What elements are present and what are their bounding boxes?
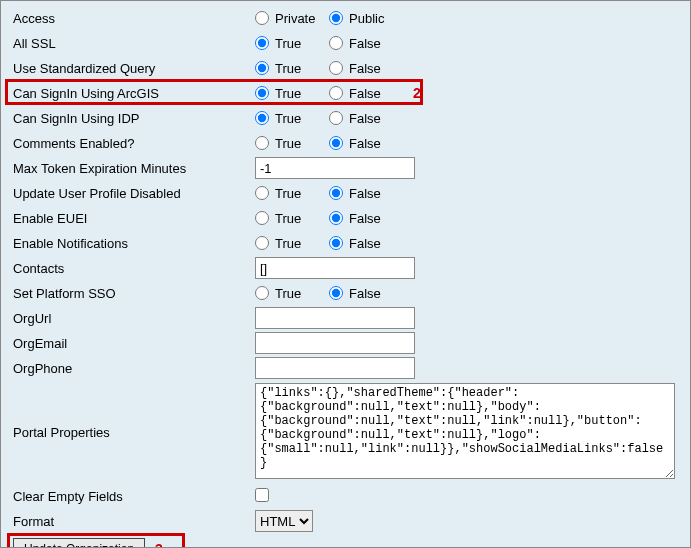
row-access: Access Private Public xyxy=(13,7,678,29)
label-format: Format xyxy=(13,514,255,529)
row-max-token: Max Token Expiration Minutes xyxy=(13,157,678,179)
label-all-ssl: All SSL xyxy=(13,36,255,51)
radio-std-query-true[interactable]: True xyxy=(255,61,327,76)
row-signin-idp: Can SignIn Using IDP True False xyxy=(13,107,678,129)
label-orgemail: OrgEmail xyxy=(13,336,255,351)
label-signin-arcgis: Can SignIn Using ArcGIS xyxy=(13,86,255,101)
radio-notifications-false[interactable]: False xyxy=(329,236,401,251)
radio-access-private[interactable]: Private xyxy=(255,11,327,26)
radio-group-signin-idp: True False xyxy=(255,111,678,126)
row-signin-arcgis: Can SignIn Using ArcGIS True False 2 xyxy=(13,82,678,104)
radio-group-comments: True False xyxy=(255,136,678,151)
row-orgphone: OrgPhone xyxy=(13,357,678,379)
radio-signin-idp-true[interactable]: True xyxy=(255,111,327,126)
radio-platform-sso-true[interactable]: True xyxy=(255,286,327,301)
radio-group-signin-arcgis: True False 2 xyxy=(255,85,678,101)
checkbox-clear-empty[interactable] xyxy=(255,488,269,502)
radio-all-ssl-true[interactable]: True xyxy=(255,36,327,51)
row-submit: Update Organization 3 xyxy=(13,538,678,548)
row-all-ssl: All SSL True False xyxy=(13,32,678,54)
radio-comments-false[interactable]: False xyxy=(329,136,401,151)
radio-signin-arcgis-false[interactable]: False xyxy=(329,85,401,101)
row-format: Format HTML xyxy=(13,510,678,532)
radio-signin-idp-false[interactable]: False xyxy=(329,111,401,126)
radio-update-profile-false[interactable]: False xyxy=(329,186,401,201)
radio-group-access: Private Public xyxy=(255,11,678,26)
row-euei: Enable EUEI True False xyxy=(13,207,678,229)
radio-comments-true[interactable]: True xyxy=(255,136,327,151)
row-notifications: Enable Notifications True False xyxy=(13,232,678,254)
label-std-query: Use Standardized Query xyxy=(13,61,255,76)
label-max-token: Max Token Expiration Minutes xyxy=(13,161,255,176)
input-orgemail[interactable] xyxy=(255,332,415,354)
label-orgurl: OrgUrl xyxy=(13,311,255,326)
radio-std-query-false[interactable]: False xyxy=(329,61,401,76)
radio-access-public[interactable]: Public xyxy=(329,11,401,26)
organization-settings-form: Access Private Public All SSL True False… xyxy=(1,1,690,548)
radio-notifications-true[interactable]: True xyxy=(255,236,327,251)
label-euei: Enable EUEI xyxy=(13,211,255,226)
label-contacts: Contacts xyxy=(13,261,255,276)
radio-group-all-ssl: True False xyxy=(255,36,678,51)
radio-update-profile-true[interactable]: True xyxy=(255,186,327,201)
radio-group-platform-sso: True False xyxy=(255,286,678,301)
input-orgphone[interactable] xyxy=(255,357,415,379)
label-update-profile: Update User Profile Disabled xyxy=(13,186,255,201)
radio-group-update-profile: True False xyxy=(255,186,678,201)
row-contacts: Contacts xyxy=(13,257,678,279)
row-std-query: Use Standardized Query True False xyxy=(13,57,678,79)
row-comments: Comments Enabled? True False xyxy=(13,132,678,154)
annotation-3: 3 xyxy=(155,541,163,548)
radio-signin-arcgis-true[interactable]: True xyxy=(255,85,327,101)
label-orgphone: OrgPhone xyxy=(13,361,255,376)
update-organization-button[interactable]: Update Organization xyxy=(13,538,145,548)
label-comments: Comments Enabled? xyxy=(13,136,255,151)
radio-group-notifications: True False xyxy=(255,236,678,251)
label-clear-empty: Clear Empty Fields xyxy=(13,489,255,504)
radio-group-std-query: True False xyxy=(255,61,678,76)
annotation-2: 2 xyxy=(413,85,421,101)
input-orgurl[interactable] xyxy=(255,307,415,329)
row-clear-empty: Clear Empty Fields xyxy=(13,485,678,507)
radio-all-ssl-false[interactable]: False xyxy=(329,36,401,51)
label-notifications: Enable Notifications xyxy=(13,236,255,251)
input-contacts[interactable] xyxy=(255,257,415,279)
row-portal-properties: Portal Properties xyxy=(13,382,678,482)
row-orgemail: OrgEmail xyxy=(13,332,678,354)
label-signin-idp: Can SignIn Using IDP xyxy=(13,111,255,126)
radio-group-euei: True False xyxy=(255,211,678,226)
row-orgurl: OrgUrl xyxy=(13,307,678,329)
select-format[interactable]: HTML xyxy=(255,510,313,532)
row-platform-sso: Set Platform SSO True False xyxy=(13,282,678,304)
radio-euei-false[interactable]: False xyxy=(329,211,401,226)
row-update-profile: Update User Profile Disabled True False xyxy=(13,182,678,204)
radio-platform-sso-false[interactable]: False xyxy=(329,286,401,301)
radio-euei-true[interactable]: True xyxy=(255,211,327,226)
textarea-portal-properties[interactable] xyxy=(255,383,675,479)
label-platform-sso: Set Platform SSO xyxy=(13,286,255,301)
label-portal-properties: Portal Properties xyxy=(13,425,255,440)
input-max-token[interactable] xyxy=(255,157,415,179)
label-access: Access xyxy=(13,11,255,26)
